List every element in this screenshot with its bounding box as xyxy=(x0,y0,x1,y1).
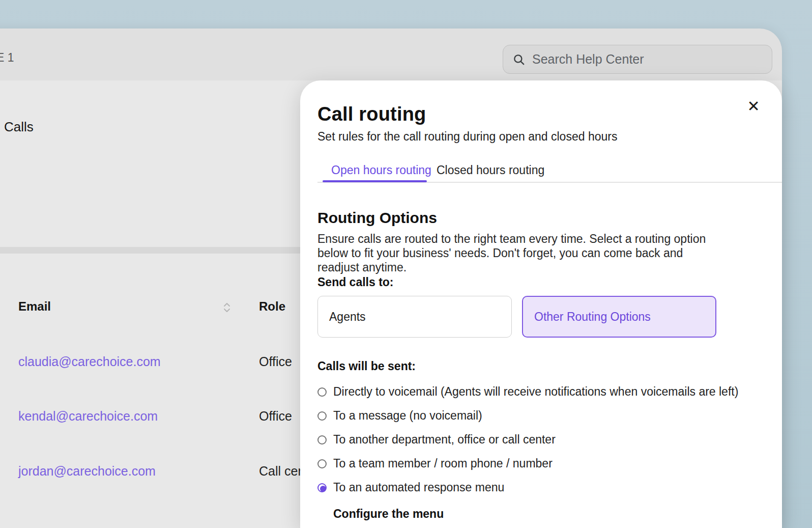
radio-label: To a message (no voicemail) xyxy=(333,409,482,423)
table-row-email-link[interactable]: kendal@carechoice.com xyxy=(18,409,158,424)
radio-directly-to-voicemail[interactable]: Directly to voicemail (Agents will recei… xyxy=(317,380,738,404)
table-header-role[interactable]: Role xyxy=(259,299,285,314)
radio-team-member-room-phone-number[interactable]: To a team member / room phone / number xyxy=(317,452,738,476)
call-routing-modal: ✕ Call routing Set rules for the call ro… xyxy=(300,80,782,528)
destination-card-label: Other Routing Options xyxy=(534,310,651,324)
routing-options-description: Ensure calls are routed to the right tea… xyxy=(317,232,719,274)
configure-the-menu-label: Configure the menu xyxy=(333,507,444,521)
destination-card-agents[interactable]: Agents xyxy=(317,296,512,338)
table-row-email-link[interactable]: claudia@carechoice.com xyxy=(18,354,161,369)
destination-card-other-routing-options[interactable]: Other Routing Options xyxy=(522,296,716,338)
sort-icon[interactable] xyxy=(223,301,231,314)
radio-button-icon[interactable] xyxy=(317,411,327,421)
table-row-email-link[interactable]: jordan@carechoice.com xyxy=(18,464,156,479)
radio-another-department[interactable]: To another department, office or call ce… xyxy=(317,428,738,452)
tab-open-hours-routing[interactable]: Open hours routing xyxy=(331,163,431,177)
radio-label: To an automated response menu xyxy=(333,481,504,494)
routing-options-heading: Routing Options xyxy=(317,209,437,227)
page-label: E 1 xyxy=(0,51,14,65)
radio-label: Directly to voicemail (Agents will recei… xyxy=(333,385,738,399)
radio-label: To a team member / room phone / number xyxy=(333,457,553,470)
radio-button-icon[interactable] xyxy=(317,435,327,444)
radio-label: To another department, office or call ce… xyxy=(333,433,556,447)
radio-button-icon-selected[interactable] xyxy=(317,483,327,492)
radio-to-a-message[interactable]: To a message (no voicemail) xyxy=(317,404,738,428)
close-icon[interactable]: ✕ xyxy=(742,95,765,118)
search-icon xyxy=(512,53,526,66)
help-center-search-input[interactable]: Search Help Center xyxy=(503,45,772,74)
radio-button-icon[interactable] xyxy=(317,459,327,468)
table-row-role: Office xyxy=(259,354,292,369)
send-calls-to-label: Send calls to: xyxy=(317,275,394,289)
tab-closed-hours-routing[interactable]: Closed hours routing xyxy=(437,163,544,177)
radio-button-icon[interactable] xyxy=(317,387,327,397)
table-header-email[interactable]: Email xyxy=(18,299,51,314)
destination-card-label: Agents xyxy=(329,310,366,324)
table-row-role: Office xyxy=(259,409,292,424)
radio-automated-response-menu[interactable]: To an automated response menu xyxy=(317,476,738,499)
modal-subtitle: Set rules for the call routing during op… xyxy=(317,130,617,144)
calls-will-be-sent-label: Calls will be sent: xyxy=(317,359,416,373)
search-placeholder-text: Search Help Center xyxy=(532,52,644,67)
active-tab-indicator xyxy=(323,180,427,182)
routing-radio-group: Directly to voicemail (Agents will recei… xyxy=(317,380,738,499)
page-title-calls: Calls xyxy=(4,119,34,135)
modal-title: Call routing xyxy=(317,103,426,125)
